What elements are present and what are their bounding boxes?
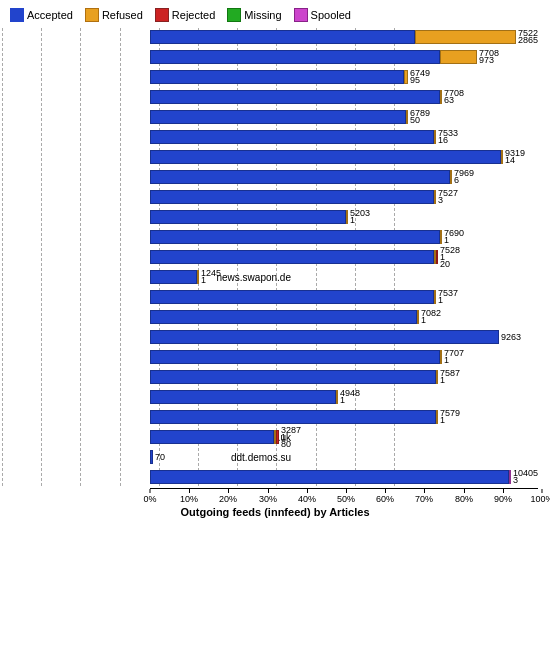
legend-color bbox=[294, 8, 308, 22]
bar-segment bbox=[150, 230, 440, 244]
legend: Accepted Refused Rejected Missing Spoole… bbox=[2, 4, 548, 28]
bar-value: 75273 bbox=[438, 190, 458, 204]
table-row: news.samoylyk.net678950 bbox=[150, 108, 538, 126]
bar-value: 75222865 bbox=[518, 30, 538, 44]
x-tick: 40% bbox=[298, 489, 316, 504]
table-row: usenet.goja.nl.eu.org70821 bbox=[150, 308, 538, 326]
bar-track: 753316 bbox=[150, 130, 538, 144]
x-tick: 60% bbox=[376, 489, 394, 504]
tick-label: 70% bbox=[415, 494, 433, 504]
bar-segment bbox=[150, 450, 153, 464]
tick-line bbox=[502, 489, 503, 493]
bar-segment bbox=[150, 50, 440, 64]
table-row: news.hispagatos.org931914 bbox=[150, 148, 538, 166]
legend-item: Refused bbox=[85, 8, 143, 22]
tick-line bbox=[423, 489, 424, 493]
tick-label: 40% bbox=[298, 494, 316, 504]
bar-value: 678950 bbox=[410, 110, 430, 124]
table-row: news.quux.org75791 bbox=[150, 408, 538, 426]
bar-segment bbox=[336, 390, 338, 404]
table-row: news.tnetconsulting.net77071 bbox=[150, 348, 538, 366]
bar-value: 70 bbox=[155, 450, 165, 464]
bar-value: 70821 bbox=[421, 310, 441, 324]
bar-track: 76901 bbox=[150, 230, 538, 244]
bar-track: 75791 bbox=[150, 410, 538, 424]
bar-segment bbox=[150, 150, 501, 164]
bar-track: 12451 bbox=[150, 270, 538, 284]
bar-value: 76901 bbox=[444, 230, 464, 244]
bar-track: 75871 bbox=[150, 370, 538, 384]
bar-segment bbox=[150, 350, 440, 364]
bar-segment bbox=[415, 30, 516, 44]
bar-segment bbox=[434, 130, 436, 144]
tick-label: 30% bbox=[259, 494, 277, 504]
table-row: paganini.bofh.team104053 bbox=[150, 468, 538, 486]
table-row: newsfeed.bofh.team7528120 bbox=[150, 248, 538, 266]
tick-line bbox=[542, 489, 543, 493]
tick-label: 20% bbox=[219, 494, 237, 504]
bar-segment bbox=[440, 230, 442, 244]
bar-segment bbox=[150, 90, 440, 104]
bar-segment bbox=[150, 330, 499, 344]
bar-segment bbox=[197, 270, 199, 284]
table-row: ddt.demos.su70 bbox=[150, 448, 538, 466]
bar-value: 9263 bbox=[501, 330, 521, 344]
grid-line bbox=[2, 28, 3, 486]
grid-line bbox=[80, 28, 81, 486]
bar-value: 104053 bbox=[513, 470, 538, 484]
legend-color bbox=[227, 8, 241, 22]
tick-label: 90% bbox=[494, 494, 512, 504]
bar-value: 75791 bbox=[440, 410, 460, 424]
x-tick: 20% bbox=[219, 489, 237, 504]
table-row: utnut7708973 bbox=[150, 48, 538, 66]
tick-label: 80% bbox=[455, 494, 473, 504]
bar-track: 770863 bbox=[150, 90, 538, 104]
bar-track: 70821 bbox=[150, 310, 538, 324]
table-row: i2pn.org753316 bbox=[150, 128, 538, 146]
grid-line bbox=[41, 28, 42, 486]
legend-color bbox=[10, 8, 24, 22]
bar-segment bbox=[436, 250, 438, 264]
bar-segment bbox=[434, 190, 436, 204]
bar-value: 931914 bbox=[505, 150, 525, 164]
legend-item: Spooled bbox=[294, 8, 351, 22]
table-row: eternal-september52031 bbox=[150, 208, 538, 226]
table-row: weretis.net49481 bbox=[150, 388, 538, 406]
legend-color bbox=[155, 8, 169, 22]
bar-value: 12451 bbox=[201, 270, 221, 284]
bar-track: 52031 bbox=[150, 210, 538, 224]
bar-segment bbox=[450, 170, 452, 184]
bar-value: 674995 bbox=[410, 70, 430, 84]
table-row: mb-net.net75371 bbox=[150, 288, 538, 306]
table-row: newsfeed.endofthelinebbs.com75273 bbox=[150, 188, 538, 206]
bar-segment bbox=[434, 290, 436, 304]
bar-segment bbox=[150, 130, 434, 144]
bar-segment bbox=[150, 410, 436, 424]
bar-segment bbox=[417, 310, 419, 324]
table-row: news.ausics.net674995 bbox=[150, 68, 538, 86]
bar-value: 79696 bbox=[454, 170, 474, 184]
table-row: news.snarked.org79696 bbox=[150, 168, 538, 186]
tick-line bbox=[384, 489, 385, 493]
bar-track: 75371 bbox=[150, 290, 538, 304]
tick-label: 0% bbox=[143, 494, 156, 504]
bar-value: 753316 bbox=[438, 130, 458, 144]
bar-value: 52031 bbox=[350, 210, 370, 224]
bar-segment bbox=[436, 410, 438, 424]
bar-segment bbox=[150, 190, 434, 204]
bar-track: 7528120 bbox=[150, 250, 538, 264]
bar-segment bbox=[150, 470, 509, 484]
tick-line bbox=[188, 489, 189, 493]
bar-segment bbox=[276, 430, 279, 444]
legend-color bbox=[85, 8, 99, 22]
bar-track: 75222865 bbox=[150, 30, 538, 44]
bar-value: 49481 bbox=[340, 390, 360, 404]
tick-label: 60% bbox=[376, 494, 394, 504]
x-tick: 10% bbox=[180, 489, 198, 504]
legend-item: Rejected bbox=[155, 8, 215, 22]
chart-container: Accepted Refused Rejected Missing Spoole… bbox=[0, 0, 550, 520]
legend-label: Rejected bbox=[172, 9, 215, 21]
bar-track: 77071 bbox=[150, 350, 538, 364]
bar-segment bbox=[404, 70, 408, 84]
bar-track: 3287180 bbox=[150, 430, 538, 444]
